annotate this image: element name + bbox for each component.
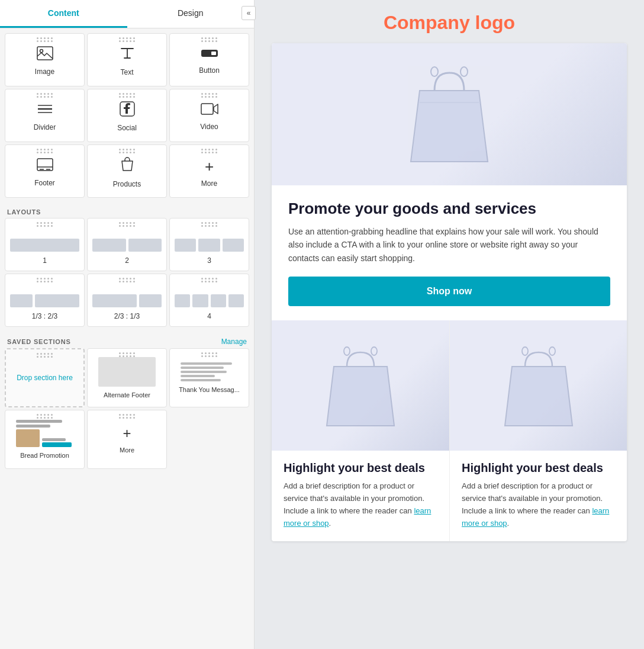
- email-preview-area: Company logo Promote your goods and serv…: [255, 0, 644, 649]
- col1-desc: Add a brief description for a product or…: [284, 480, 437, 529]
- element-video-label: Video: [200, 123, 218, 131]
- saved-sections-title: SAVED SECTIONS: [7, 338, 71, 345]
- element-image[interactable]: Image: [5, 33, 85, 86]
- element-products-label: Products: [113, 180, 141, 188]
- col2-card: Highlight your best deals Add a brief de…: [449, 320, 627, 541]
- alternate-footer-item[interactable]: Alternate Footer: [87, 348, 167, 407]
- collapse-panel-button[interactable]: «: [242, 6, 256, 20]
- element-button-label: Button: [199, 66, 220, 75]
- element-image-label: Image: [35, 68, 54, 76]
- layouts-grid: 1 2 3: [0, 218, 254, 332]
- layout-2col[interactable]: 2: [87, 218, 167, 271]
- element-text-label: Text: [120, 68, 133, 76]
- layout-3col[interactable]: 3: [169, 218, 249, 271]
- thank-you-item[interactable]: Thank You Messag...: [169, 348, 249, 407]
- drop-section-item[interactable]: Drop section here: [5, 348, 85, 407]
- manage-link[interactable]: Manage: [221, 338, 247, 346]
- element-social[interactable]: Social: [87, 89, 167, 142]
- saved-more-icon: +: [123, 425, 131, 442]
- drop-section-label: Drop section here: [11, 368, 79, 388]
- promo-title: Promote your goods and services: [288, 200, 610, 218]
- text-icon: [120, 46, 135, 65]
- hero-image: [272, 43, 627, 185]
- tab-content[interactable]: Content: [0, 0, 127, 28]
- col1-body: Highlight your best deals Add a brief de…: [272, 451, 449, 541]
- divider-icon: [37, 102, 53, 120]
- layout-2-3-1-3[interactable]: 2/3 : 1/3: [87, 274, 167, 327]
- layout-1col-label: 1: [43, 256, 47, 265]
- layout-1-3-2-3-label: 1/3 : 2/3: [32, 312, 57, 320]
- svg-rect-9: [37, 159, 53, 171]
- image-icon: [37, 46, 53, 64]
- saved-sections-header: SAVED SECTIONS Manage: [0, 332, 254, 348]
- element-text[interactable]: Text: [87, 33, 167, 86]
- col2-title: Highlight your best deals: [462, 460, 615, 475]
- svg-rect-0: [37, 47, 53, 60]
- col2-desc: Add a brief description for a product or…: [462, 480, 615, 529]
- element-more-label: More: [201, 179, 217, 188]
- col1-card: Highlight your best deals Add a brief de…: [272, 320, 449, 541]
- layout-2-3-1-3-label: 2/3 : 1/3: [114, 312, 140, 320]
- col1-image: [272, 320, 449, 451]
- saved-more-label: More: [120, 446, 134, 454]
- bread-promotion-item[interactable]: Bread Promotion: [5, 410, 85, 469]
- shop-now-button[interactable]: Shop now: [288, 277, 610, 306]
- layout-4col-label: 4: [207, 312, 211, 320]
- svg-point-16: [371, 347, 377, 355]
- element-divider[interactable]: Divider: [5, 89, 85, 142]
- promo-desc: Use an attention-grabbing headline that …: [288, 225, 610, 265]
- svg-point-17: [522, 347, 528, 355]
- col2-image: [450, 320, 627, 451]
- svg-point-14: [461, 67, 468, 76]
- element-button[interactable]: Button: [169, 33, 249, 86]
- footer-icon: [37, 158, 53, 175]
- left-panel: Content Design Image Text: [0, 0, 255, 649]
- more-plus-icon: +: [205, 158, 214, 176]
- layout-1col[interactable]: 1: [5, 218, 85, 271]
- panel-tabs: Content Design: [0, 0, 254, 28]
- products-icon: [120, 156, 135, 176]
- company-logo: Company logo: [384, 12, 515, 34]
- saved-sections-grid: Drop section here Alternate Footer Thank: [0, 348, 254, 474]
- element-more[interactable]: + More: [169, 144, 249, 198]
- element-footer[interactable]: Footer: [5, 144, 85, 198]
- svg-rect-3: [211, 52, 216, 55]
- elements-grid: Image Text Button: [0, 28, 254, 203]
- svg-rect-8: [201, 104, 213, 114]
- email-body: Promote your goods and services Use an a…: [272, 185, 627, 320]
- element-video[interactable]: Video: [169, 89, 249, 142]
- thank-you-label: Thank You Messag...: [179, 386, 240, 393]
- button-icon: [201, 47, 218, 63]
- two-col-section: Highlight your best deals Add a brief de…: [272, 320, 627, 541]
- svg-point-15: [344, 347, 350, 355]
- col1-title: Highlight your best deals: [284, 460, 437, 475]
- video-icon: [201, 102, 218, 119]
- element-divider-label: Divider: [34, 123, 56, 131]
- layout-3col-label: 3: [207, 256, 211, 265]
- layout-1-3-2-3[interactable]: 1/3 : 2/3: [5, 274, 85, 327]
- svg-point-18: [549, 347, 555, 355]
- alternate-footer-label: Alternate Footer: [104, 391, 150, 399]
- element-footer-label: Footer: [34, 179, 55, 187]
- email-card: Promote your goods and services Use an a…: [272, 43, 627, 541]
- svg-point-1: [40, 50, 43, 53]
- bread-promotion-label: Bread Promotion: [20, 452, 69, 459]
- tab-design[interactable]: Design: [127, 0, 255, 28]
- saved-more-item[interactable]: + More: [87, 410, 167, 469]
- element-social-label: Social: [117, 124, 137, 132]
- social-icon: [120, 101, 135, 120]
- col2-body: Highlight your best deals Add a brief de…: [450, 451, 627, 541]
- layout-2col-label: 2: [125, 256, 129, 265]
- layout-4col[interactable]: 4: [169, 274, 249, 327]
- layouts-header: LAYOUTS: [0, 203, 254, 218]
- svg-point-13: [431, 67, 438, 76]
- element-products[interactable]: Products: [87, 144, 167, 198]
